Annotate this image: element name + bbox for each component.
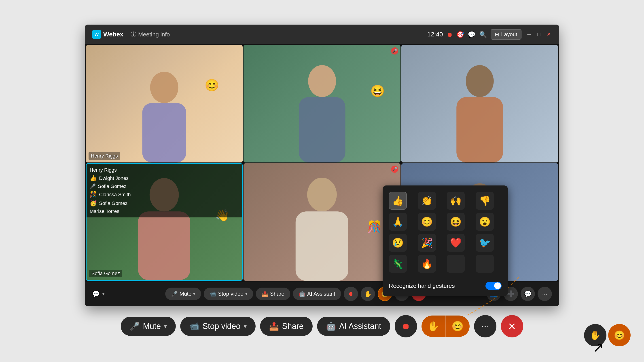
- ai-assistant-button[interactable]: 🤖 AI Assistant: [293, 288, 341, 300]
- big-ai-button[interactable]: 🤖 AI Assistant: [317, 317, 390, 336]
- gesture-toggle-row: Recognize hand gestures: [389, 278, 502, 290]
- participant-clarissa: 🎊 Clarissa Smith: [90, 190, 239, 199]
- controls-left: 💬 ▾: [92, 290, 105, 298]
- emoji-fire[interactable]: 🔥: [418, 255, 436, 273]
- participant-marise: Marise Torres: [90, 208, 239, 215]
- dwight-emoji: 👍: [90, 175, 97, 182]
- svg-rect-1: [142, 103, 186, 162]
- emoji-empty-2: [476, 255, 494, 273]
- svg-rect-7: [138, 211, 190, 280]
- emoji-heart[interactable]: ❤️: [447, 234, 465, 252]
- big-share-label: Share: [282, 322, 304, 331]
- emoji-laugh[interactable]: 😆: [447, 213, 465, 231]
- big-video-icon: 📹: [189, 322, 199, 331]
- svg-rect-9: [296, 211, 348, 281]
- big-more-button[interactable]: ···: [474, 315, 496, 338]
- video-tile-1: 😊 Henry Riggs: [86, 45, 242, 162]
- hand-raise-part[interactable]: ✋: [422, 316, 446, 337]
- more-options-button[interactable]: ···: [538, 287, 552, 301]
- emoji-thumbs-up[interactable]: 👍: [389, 192, 407, 210]
- app-name-label: Webex: [103, 31, 124, 38]
- svg-point-4: [466, 65, 494, 97]
- sofia-label: Sofia Gomez: [98, 183, 126, 189]
- controls-center: 🎤 Mute ▾ 📹 Stop video ▾ 📤 Share 🤖 AI Ass…: [165, 287, 426, 301]
- title-bar-center: 12:40 ⏺ 🎯 💬 🔍 ⊞ Layout: [427, 29, 522, 39]
- emoji-surprised[interactable]: 😮: [476, 213, 494, 231]
- big-toolbar: 🎤 Mute ▾ 📹 Stop video ▾ 📤 Share 🤖 AI Ass…: [121, 315, 523, 338]
- toggle-knob: [494, 283, 501, 289]
- emoji-bird[interactable]: 🐦: [476, 234, 494, 252]
- participant-henry: Henry Riggs: [90, 166, 239, 174]
- record-button[interactable]: ⏺: [344, 287, 358, 301]
- big-share-button[interactable]: 📤 Share: [260, 317, 312, 336]
- floating-reactions: ✋ 😊: [584, 324, 630, 346]
- svg-point-8: [307, 178, 337, 211]
- layout-label: Layout: [501, 31, 517, 37]
- henry-label: Henry Riggs: [90, 167, 117, 173]
- tile-5-emoji: 🎊: [367, 220, 382, 234]
- sofia2-label: Sofia Gomez: [99, 200, 128, 206]
- emoji-party[interactable]: 🎉: [418, 234, 436, 252]
- hand-raise-button[interactable]: ✋: [361, 287, 375, 301]
- share-label: Share: [270, 291, 284, 297]
- search-icon[interactable]: 🔍: [479, 31, 487, 38]
- marise-label: Marise Torres: [90, 209, 120, 214]
- big-stop-video-button[interactable]: 📹 Stop video ▾: [180, 317, 255, 336]
- reaction-button[interactable]: 😊 👍 👏 🙌 👎 🙏 😊 😆 😮 😢 🎉 ❤️: [378, 287, 392, 301]
- emoji-pray[interactable]: 🙏: [389, 213, 407, 231]
- share-icon: 📤: [262, 291, 268, 297]
- float-hand-raise[interactable]: ✋: [584, 324, 606, 346]
- svg-point-0: [150, 72, 178, 103]
- meeting-info-button[interactable]: ⓘ Meeting info: [128, 29, 173, 40]
- big-mic-icon: 🎤: [130, 322, 140, 331]
- chat-button[interactable]: 💬: [520, 287, 535, 301]
- big-share-icon: 📤: [269, 322, 279, 331]
- emoji-grid: 👍 👏 🙌 👎 🙏 😊 😆 😮 😢 🎉 ❤️ 🐦 🦎 🔥: [389, 192, 502, 273]
- clarissa-emoji: 🎊: [90, 191, 97, 198]
- chat-status: 💬: [468, 31, 476, 38]
- big-record-button[interactable]: ⏺: [395, 315, 417, 338]
- time-display: 12:40: [427, 31, 443, 38]
- webex-logo-icon: W: [92, 30, 101, 39]
- tile-1-emoji: 😊: [204, 78, 219, 92]
- emoji-thumbs-down[interactable]: 👎: [476, 192, 494, 210]
- big-stop-video-label: Stop video: [202, 322, 240, 331]
- float-reaction-active[interactable]: 😊: [608, 324, 630, 346]
- stop-video-button[interactable]: 📹 Stop video ▾: [204, 288, 253, 300]
- emoji-sad[interactable]: 😢: [389, 234, 407, 252]
- chat-chevron[interactable]: ▾: [102, 291, 105, 297]
- meeting-info-label: Meeting info: [138, 31, 170, 38]
- clarissa-label: Clarissa Smith: [99, 192, 131, 198]
- emoji-part[interactable]: 😊: [446, 316, 470, 337]
- title-bar: W Webex ⓘ Meeting info 12:40 ⏺ 🎯 💬 🔍 ⊞ L…: [85, 24, 559, 44]
- emoji-empty-1: [447, 255, 465, 273]
- big-mute-label: Mute: [143, 322, 161, 331]
- combined-reaction-button[interactable]: ✋ 😊: [422, 316, 470, 337]
- big-end-call-button[interactable]: ✕: [501, 315, 523, 338]
- chat-toggle-icon[interactable]: 💬: [92, 290, 100, 298]
- big-mute-button[interactable]: 🎤 Mute ▾: [121, 317, 176, 336]
- video-icon: 📹: [210, 291, 216, 297]
- controls-bar: 💬 ▾ 🎤 Mute ▾ 📹 Stop video ▾ 📤 Share 🤖 AI…: [85, 282, 559, 306]
- share-button[interactable]: 📤 Share: [256, 288, 290, 300]
- mute-label: Mute: [180, 291, 192, 297]
- mute-button[interactable]: 🎤 Mute ▾: [165, 288, 201, 300]
- close-button[interactable]: ✕: [546, 31, 552, 37]
- layout-button[interactable]: ⊞ Layout: [490, 29, 522, 39]
- video-chevron: ▾: [245, 291, 247, 296]
- participant-sofia-green: 🎤 Sofia Gomez: [90, 183, 239, 190]
- emoji-hands-up[interactable]: 🙌: [447, 192, 465, 210]
- emoji-lizard[interactable]: 🦎: [389, 255, 407, 273]
- participant-sofia2: 🥳 Sofia Gomez: [90, 199, 239, 208]
- maximize-button[interactable]: □: [536, 31, 542, 37]
- tile-2-emoji: 😆: [370, 84, 385, 98]
- video-tile-2: 😆 🎤: [244, 45, 400, 162]
- emoji-clap[interactable]: 👏: [418, 192, 436, 210]
- tile-1-name: Henry Riggs: [88, 152, 120, 160]
- participant-dwight: 👍 Dwight Jones: [90, 174, 239, 183]
- minimize-button[interactable]: ─: [526, 31, 532, 37]
- mute-chevron: ▾: [193, 291, 195, 296]
- big-ai-label: AI Assistant: [339, 322, 381, 331]
- gesture-toggle[interactable]: [486, 282, 502, 290]
- emoji-smile[interactable]: 😊: [418, 213, 436, 231]
